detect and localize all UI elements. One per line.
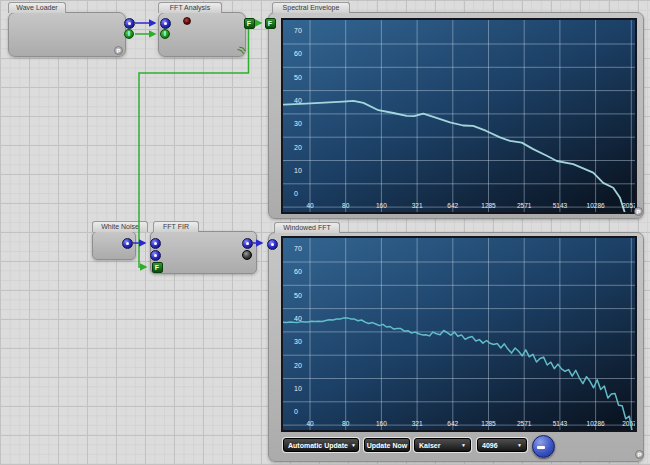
chevron-down-icon: ▼ xyxy=(517,442,522,448)
fft-analysis-int-in-connector[interactable]: I xyxy=(160,29,170,39)
svg-text:0: 0 xyxy=(294,408,298,415)
svg-text:80: 80 xyxy=(342,420,350,427)
update-mode-dropdown[interactable]: Automatic Update ▼ xyxy=(283,438,359,452)
svg-text:50: 50 xyxy=(294,74,302,81)
svg-text:10286: 10286 xyxy=(587,202,605,209)
fft-size-dropdown[interactable]: 4096 ▼ xyxy=(477,438,527,452)
svg-text:70: 70 xyxy=(294,27,302,34)
svg-text:60: 60 xyxy=(294,268,302,275)
spectral-envelope-in-connector[interactable]: F xyxy=(265,18,276,29)
module-tab-white-noise[interactable]: White Noise xyxy=(92,221,148,232)
patch-canvas: Wave Loader Start Length Load Clear P I … xyxy=(0,0,650,465)
svg-text:642: 642 xyxy=(447,202,458,209)
svg-text:30: 30 xyxy=(294,120,302,127)
svg-text:2571: 2571 xyxy=(517,420,532,427)
wave-loader-out-connector[interactable] xyxy=(124,18,135,29)
module-fft-fir xyxy=(150,231,257,274)
fft-fir-out-l-connector[interactable] xyxy=(242,238,253,249)
chevron-down-icon: ▼ xyxy=(351,442,356,448)
wave-loader-properties-badge[interactable]: P xyxy=(114,46,123,55)
module-tab-spectral-envelope[interactable]: Spectral Envelope xyxy=(272,2,350,13)
svg-text:1285: 1285 xyxy=(481,202,496,209)
svg-text:30: 30 xyxy=(294,338,302,345)
svg-text:50: 50 xyxy=(294,292,302,299)
svg-text:40: 40 xyxy=(306,420,314,427)
svg-text:1285: 1285 xyxy=(481,420,496,427)
svg-text:160: 160 xyxy=(376,202,387,209)
svg-text:20573: 20573 xyxy=(622,420,635,427)
svg-text:40: 40 xyxy=(306,202,314,209)
chevron-down-icon: ▼ xyxy=(461,442,466,448)
update-mode-value: Automatic Update xyxy=(288,442,348,449)
svg-text:20: 20 xyxy=(294,144,302,151)
fft-fir-spectrum-in-connector[interactable]: F xyxy=(152,262,163,273)
svg-text:642: 642 xyxy=(447,420,458,427)
svg-text:10: 10 xyxy=(294,385,302,392)
windowed-fft-in-connector[interactable] xyxy=(267,239,278,250)
white-noise-out-connector[interactable] xyxy=(122,238,133,249)
svg-text:20: 20 xyxy=(294,362,302,369)
window-function-dropdown[interactable]: Kaiser ▼ xyxy=(414,438,471,452)
fft-analysis-trigger-connector[interactable] xyxy=(183,17,191,25)
svg-text:40: 40 xyxy=(294,97,302,104)
module-tab-windowed-fft[interactable]: Windowed FFT xyxy=(274,222,340,233)
windowed-fft-properties-badge[interactable]: P xyxy=(635,450,644,459)
svg-text:5143: 5143 xyxy=(553,420,568,427)
spectral-envelope-properties-badge[interactable]: P xyxy=(634,207,643,216)
fft-analysis-spectrum-out-connector[interactable]: F xyxy=(244,18,255,29)
svg-text:40: 40 xyxy=(294,315,302,322)
module-tab-fft-fir[interactable]: FFT FIR xyxy=(153,221,199,232)
svg-text:321: 321 xyxy=(412,202,423,209)
svg-text:10: 10 xyxy=(294,167,302,174)
update-now-button[interactable]: Update Now xyxy=(364,438,410,452)
svg-text:60: 60 xyxy=(294,50,302,57)
svg-text:2571: 2571 xyxy=(517,202,532,209)
module-tab-fft-analysis[interactable]: FFT Analysis xyxy=(158,2,222,13)
gain-knob[interactable] xyxy=(532,435,555,458)
fft-fir-in-r-connector[interactable] xyxy=(150,250,161,261)
svg-text:160: 160 xyxy=(376,420,387,427)
module-tab-wave-loader[interactable]: Wave Loader xyxy=(8,2,66,13)
module-fft-analysis xyxy=(158,12,246,57)
svg-text:70: 70 xyxy=(294,245,302,252)
fft-fir-out-r-connector[interactable] xyxy=(242,250,252,260)
wave-loader-int-out-connector[interactable]: I xyxy=(124,29,134,39)
window-function-value: Kaiser xyxy=(419,442,440,449)
svg-text:321: 321 xyxy=(412,420,423,427)
svg-text:0: 0 xyxy=(294,190,298,197)
spectral-envelope-chart: 4080160321642128525715143102862057370605… xyxy=(281,18,637,214)
fft-size-value: 4096 xyxy=(482,442,498,449)
windowed-fft-chart: 4080160321642128525715143102862057370605… xyxy=(281,236,637,432)
fft-analysis-in-connector[interactable] xyxy=(160,18,171,29)
svg-text:5143: 5143 xyxy=(553,202,568,209)
svg-text:10286: 10286 xyxy=(587,420,605,427)
module-wave-loader xyxy=(8,12,126,57)
svg-text:80: 80 xyxy=(342,202,350,209)
fft-fir-in-l-connector[interactable] xyxy=(150,238,161,249)
